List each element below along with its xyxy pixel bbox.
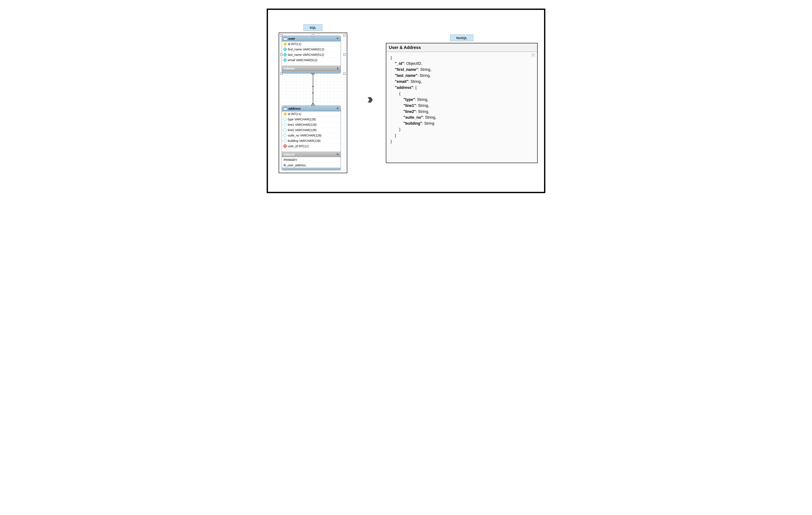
nosql-panel: User & Address { "_id": ObjectID, "first… — [386, 43, 538, 163]
nosql-title: User & Address — [386, 43, 537, 52]
json-line: "building": String — [390, 120, 533, 127]
indexes-header[interactable]: Indexes — [282, 66, 341, 71]
column-row[interactable]: email VARCHAR(512) — [282, 57, 341, 63]
column-icon — [283, 139, 287, 143]
table-footer — [282, 71, 341, 73]
primary-key-icon — [284, 112, 287, 115]
sql-label: SQL — [303, 24, 323, 31]
table-header[interactable]: address — [282, 106, 341, 111]
nosql-label: NoSQL — [450, 34, 473, 41]
column-icon — [283, 123, 287, 127]
column-row[interactable]: id INT(11) — [282, 42, 341, 47]
index-row[interactable]: fk_user_address — [282, 162, 341, 168]
column-definition: line1 VARCHAR(128) — [288, 123, 317, 127]
spacer — [282, 63, 341, 66]
nosql-schema-body: { "_id": ObjectID, "first_name": String,… — [386, 52, 537, 147]
table-icon — [284, 37, 287, 40]
resize-handle-icon[interactable] — [343, 34, 346, 36]
relationship-connector — [282, 73, 344, 106]
cardinality-many-icon — [311, 103, 315, 106]
json-line: { — [390, 91, 533, 97]
column-definition: email VARCHAR(512) — [288, 58, 317, 62]
column-row[interactable]: suite_no VARCHAR(128) — [282, 133, 341, 138]
column-definition: building VARCHAR(128) — [288, 139, 320, 142]
resize-handle-icon[interactable] — [280, 53, 283, 56]
indexes-label: Indexes — [284, 67, 337, 70]
column-definition: id INT(11) — [288, 112, 301, 116]
resize-handle-icon[interactable] — [312, 34, 314, 36]
dropdown-icon[interactable] — [531, 54, 535, 57]
table-name: address — [288, 107, 336, 110]
column-icon — [283, 133, 287, 138]
table-card-address[interactable]: address id INT(11)type VARCHAR(128)line1… — [282, 106, 341, 170]
resize-handle-icon[interactable] — [343, 73, 346, 75]
json-line: "suite_no": String, — [390, 115, 533, 120]
json-line: "first_name": String, — [390, 67, 533, 73]
table-name: user — [288, 37, 336, 40]
column-row[interactable]: line1 VARCHAR(128) — [282, 122, 341, 128]
json-line: "email": String, — [390, 79, 533, 85]
column-icon — [283, 47, 287, 52]
column-definition: line2 VARCHAR(128) — [288, 128, 317, 132]
column-row[interactable]: last_name VARCHAR(512) — [282, 52, 341, 57]
json-line: ] — [390, 133, 533, 139]
json-line: "_id": ObjectID, — [390, 61, 533, 67]
column-definition: user_id INT(11) — [288, 144, 309, 148]
primary-key-icon — [284, 43, 287, 46]
table-icon — [284, 107, 287, 110]
diagram-frame: SQL user id INT(11)first_nam — [267, 8, 545, 193]
column-icon — [283, 58, 287, 62]
column-icon — [283, 53, 287, 57]
resize-handle-icon[interactable] — [280, 73, 283, 75]
table-header[interactable]: user — [282, 36, 341, 42]
indexes-header[interactable]: Indexes — [282, 152, 341, 157]
column-icon — [283, 117, 287, 121]
spacer — [282, 149, 341, 152]
column-row[interactable]: building VARCHAR(128) — [282, 138, 341, 143]
column-definition: first_name VARCHAR(512) — [288, 48, 324, 51]
column-definition: suite_no VARCHAR(128) — [288, 134, 322, 137]
column-definition: last_name VARCHAR(512) — [288, 53, 324, 56]
table-footer — [282, 168, 341, 170]
nosql-column: NoSQL User & Address { "_id": ObjectID, … — [386, 34, 538, 163]
chevron-right-icon[interactable] — [337, 67, 339, 70]
chevron-down-icon[interactable] — [336, 154, 339, 155]
table-card-user[interactable]: user id INT(11)first_name VARCHAR(512)la… — [282, 36, 341, 73]
json-line: "last_name": String, — [390, 73, 533, 79]
column-definition: type VARCHAR(128) — [288, 117, 316, 121]
column-row[interactable]: first_name VARCHAR(512) — [282, 47, 341, 52]
json-line: "type": String, — [390, 97, 533, 103]
column-row[interactable]: id INT(11) — [282, 111, 341, 117]
chevron-down-icon[interactable] — [336, 108, 339, 109]
json-line: { — [390, 55, 533, 61]
table-user-selection[interactable]: user id INT(11)first_name VARCHAR(512)la… — [282, 36, 344, 73]
json-line: "line2": String, — [390, 109, 533, 115]
resize-handle-icon[interactable] — [343, 53, 346, 56]
column-icon — [283, 128, 287, 132]
cardinality-one-icon — [311, 73, 315, 74]
indexes-label: Indexes — [284, 153, 336, 156]
sql-column: SQL user id INT(11)first_nam — [274, 24, 352, 173]
foreign-key-icon — [283, 144, 287, 148]
index-row[interactable]: PRIMARY — [282, 157, 341, 162]
resize-handle-icon[interactable] — [280, 34, 283, 36]
json-line: "line1": String, — [390, 103, 533, 109]
column-row[interactable]: type VARCHAR(128) — [282, 117, 341, 122]
column-row[interactable]: user_id INT(11) — [282, 143, 341, 149]
transform-arrow: ›› — [360, 92, 377, 106]
double-chevron-right-icon: ›› — [367, 92, 370, 106]
column-definition: id INT(11) — [288, 42, 301, 46]
sql-designer-panel: user id INT(11)first_name VARCHAR(512)la… — [279, 33, 347, 173]
json-line: } — [390, 127, 533, 133]
json-line: } — [390, 139, 533, 145]
chevron-down-icon[interactable] — [336, 38, 339, 39]
json-line: "address": [ — [390, 85, 533, 91]
column-row[interactable]: line2 VARCHAR(128) — [282, 128, 341, 133]
